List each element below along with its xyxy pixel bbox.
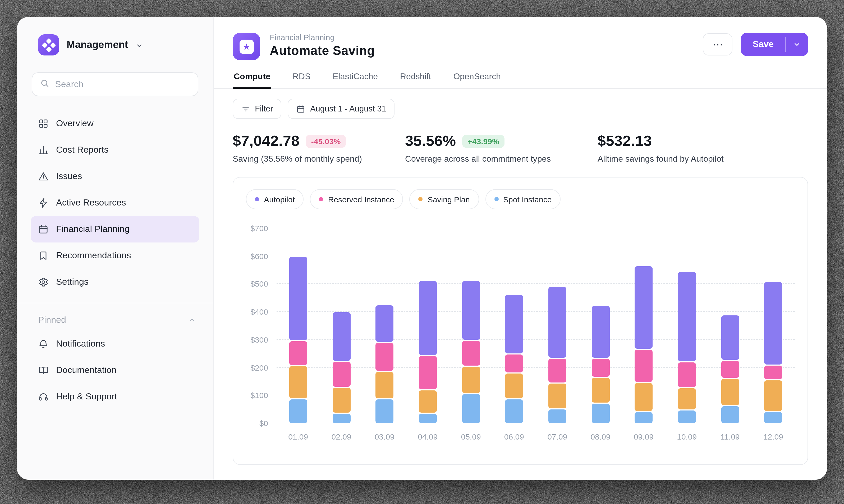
sidebar-item-label: Settings <box>56 277 89 287</box>
bar-segment-saving-plan <box>505 374 523 398</box>
bar-column-07.09 <box>536 228 579 423</box>
y-tick-label: $0 <box>259 419 268 427</box>
legend-chip-saving-plan[interactable]: Saving Plan <box>410 189 479 209</box>
search-input[interactable] <box>55 79 190 90</box>
bar-segment-reserved-instance <box>505 355 523 373</box>
stat-value: 35.56% <box>405 132 456 149</box>
workspace-switcher[interactable]: Management <box>17 34 213 56</box>
save-button[interactable]: Save <box>741 33 785 56</box>
y-tick-label: $100 <box>251 392 268 399</box>
tab-compute[interactable]: Compute <box>233 69 272 88</box>
y-tick-label: $600 <box>251 252 268 260</box>
bar-segment-saving-plan <box>764 380 782 411</box>
tab-redshift[interactable]: Redshift <box>399 69 432 88</box>
bar-segment-autopilot <box>591 306 609 358</box>
bar-segment-spot-instance <box>289 399 307 423</box>
sidebar-item-issues[interactable]: Issues <box>31 163 200 190</box>
date-range-button[interactable]: August 1 - August 31 <box>288 99 395 119</box>
bar-segment-saving-plan <box>419 391 437 413</box>
bar-segment-autopilot <box>548 287 566 358</box>
bar-segment-saving-plan <box>721 379 739 405</box>
bar-segment-spot-instance <box>591 403 609 423</box>
bars-layer <box>277 228 795 423</box>
legend-label: Autopilot <box>264 195 295 204</box>
legend-label: Reserved Instance <box>328 195 394 204</box>
bar-column-09.09 <box>622 228 665 423</box>
sidebar-item-label: Documentation <box>56 365 117 376</box>
sidebar-item-notifications[interactable]: Notifications <box>31 331 200 357</box>
bar-segment-reserved-instance <box>419 356 437 389</box>
tab-opensearch[interactable]: OpenSearch <box>452 69 502 88</box>
sidebar-item-help-support[interactable]: Help & Support <box>31 383 200 410</box>
x-tick-label: 07.09 <box>536 432 579 441</box>
main-content: ★ Financial Planning Automate Saving ⋯ S… <box>214 17 827 480</box>
bar-column-08.09 <box>579 228 622 423</box>
legend-dot <box>418 197 423 201</box>
sidebar-nav: Overview Cost Reports Issues Active Reso… <box>17 110 213 295</box>
warning-icon <box>38 171 49 182</box>
header-actions: ⋯ Save <box>703 33 808 56</box>
bar-column-06.09 <box>493 228 536 423</box>
bar-segment-autopilot <box>721 316 739 360</box>
bar-segment-reserved-instance <box>678 362 696 387</box>
sidebar-item-label: Cost Reports <box>56 145 108 155</box>
calendar-icon <box>38 224 49 235</box>
bar-segment-autopilot <box>678 272 696 361</box>
book-icon <box>38 365 49 376</box>
calendar-icon <box>296 104 305 113</box>
filter-button[interactable]: Filter <box>233 99 281 119</box>
x-tick-label: 10.09 <box>665 432 708 441</box>
pinned-section-header: Pinned <box>17 303 213 329</box>
y-tick-label: $300 <box>251 336 268 344</box>
bar-segment-autopilot <box>376 305 393 342</box>
bar-segment-reserved-instance <box>376 343 393 371</box>
search-box <box>32 72 198 96</box>
legend-chip-autopilot[interactable]: Autopilot <box>246 189 304 209</box>
bar-segment-reserved-instance <box>591 359 609 377</box>
y-tick-label: $200 <box>251 363 268 372</box>
legend-dot <box>319 197 323 201</box>
bar-segment-autopilot <box>635 266 653 349</box>
sidebar-item-label: Issues <box>56 171 82 182</box>
stat-change-badge: +43.99% <box>462 134 504 148</box>
stat-coverage: 35.56% +43.99% Coverage across all commi… <box>405 132 598 164</box>
bar-segment-spot-instance <box>678 411 696 423</box>
headphones-icon <box>38 392 49 402</box>
sidebar-item-overview[interactable]: Overview <box>31 110 200 137</box>
grid-icon <box>38 118 49 129</box>
tab-elasticache[interactable]: ElastiCache <box>331 69 379 88</box>
bar-segment-spot-instance <box>376 399 393 423</box>
x-tick-label: 03.09 <box>363 432 406 441</box>
chevron-up-icon[interactable] <box>188 316 196 324</box>
diamond-logo-icon <box>41 38 56 52</box>
bar-segment-autopilot <box>332 312 350 361</box>
bar-segment-spot-instance <box>505 399 523 423</box>
save-dropdown-button[interactable] <box>786 33 808 56</box>
pinned-label: Pinned <box>38 315 66 325</box>
sidebar-item-cost-reports[interactable]: Cost Reports <box>31 137 200 163</box>
star-icon: ★ <box>239 39 254 54</box>
bar-segment-saving-plan <box>591 378 609 402</box>
sidebar-item-financial-planning[interactable]: Financial Planning <box>31 216 200 242</box>
bar-segment-spot-instance <box>548 410 566 423</box>
sidebar-item-documentation[interactable]: Documentation <box>31 357 200 383</box>
bar-column-01.09 <box>277 228 320 423</box>
sidebar-item-recommendations[interactable]: Recommendations <box>31 242 200 269</box>
bar-segment-autopilot <box>289 257 307 340</box>
more-button[interactable]: ⋯ <box>703 33 733 55</box>
stat-caption: Saving (35.56% of monthly spend) <box>233 154 405 164</box>
bar-segment-saving-plan <box>678 388 696 410</box>
chart-plot <box>277 228 795 423</box>
bar-column-05.09 <box>449 228 492 423</box>
stats-row: $7,042.78 -45.03% Saving (35.56% of mont… <box>214 119 827 164</box>
bar-segment-reserved-instance <box>721 361 739 378</box>
bar-segment-reserved-instance <box>764 365 782 379</box>
bar-segment-autopilot <box>419 281 437 355</box>
legend-chip-spot-instance[interactable]: Spot Instance <box>485 189 561 209</box>
x-tick-label: 02.09 <box>320 432 363 441</box>
bar-segment-reserved-instance <box>548 359 566 382</box>
sidebar-item-active-resources[interactable]: Active Resources <box>31 190 200 216</box>
tab-rds[interactable]: RDS <box>292 69 312 88</box>
legend-chip-reserved-instance[interactable]: Reserved Instance <box>310 189 403 209</box>
sidebar-item-settings[interactable]: Settings <box>31 269 200 295</box>
